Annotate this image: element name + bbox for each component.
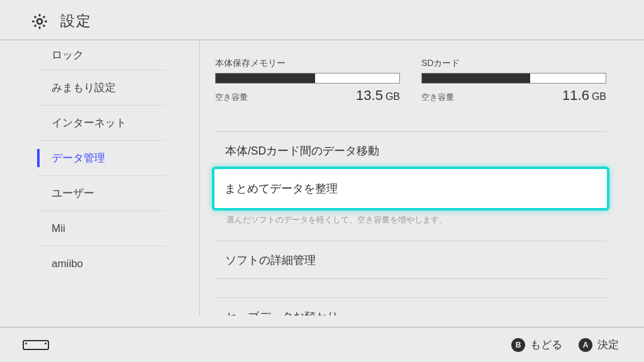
option-label: ソフトの詳細管理 [225, 253, 316, 268]
a-button-icon: A [579, 338, 592, 352]
storage-sdcard-title: SDカード [421, 58, 606, 69]
confirm-label: 決定 [597, 337, 619, 352]
back-label: もどる [530, 337, 562, 352]
settings-gear-icon [30, 12, 49, 31]
sidebar-item-mii[interactable]: Mii [38, 211, 165, 246]
sidebar-item-label: ロック [52, 48, 84, 62]
storage-sdcard-free-value: 11.6GB [562, 87, 606, 104]
storage-sdcard-bar [421, 73, 606, 84]
option-label: セーブデータお預かり [225, 309, 338, 316]
storage-system-fill [216, 74, 315, 83]
controller-icon[interactable] [23, 340, 49, 350]
storage-system: 本体保存メモリー 空き容量 13.5GB [215, 58, 400, 104]
sidebar-item-internet[interactable]: インターネット [38, 106, 165, 141]
storage-row: 本体保存メモリー 空き容量 13.5GB SDカード 空き容量 [215, 58, 606, 104]
sidebar-item-label: インターネット [52, 116, 126, 130]
page-title: 設定 [60, 11, 92, 31]
sidebar-item-label: みまもり設定 [52, 80, 116, 95]
sidebar-item-label: Mii [52, 222, 65, 235]
option-software-detail[interactable]: ソフトの詳細管理 [215, 241, 606, 278]
storage-sdcard-fill [422, 74, 530, 83]
sidebar-item-lock[interactable]: ロック [38, 40, 165, 70]
back-hint[interactable]: B もどる [511, 337, 562, 352]
storage-system-free-value: 13.5GB [356, 87, 400, 104]
header: 設定 [0, 0, 644, 40]
storage-system-title: 本体保存メモリー [215, 58, 400, 69]
option-bulk-manage[interactable]: まとめてデータを整理 [214, 169, 607, 208]
sidebar-item-parental[interactable]: みまもり設定 [38, 70, 165, 106]
storage-sdcard-free-label: 空き容量 [421, 92, 454, 103]
option-save-data-cloud[interactable]: セーブデータお預かり [215, 297, 606, 315]
option-label: 本体/SDカード間のデータ移動 [225, 143, 379, 158]
option-label: まとめてデータを整理 [225, 181, 338, 196]
footer: B もどる A 決定 [0, 327, 644, 362]
storage-system-free-label: 空き容量 [215, 92, 248, 103]
sidebar-item-user[interactable]: ユーザー [38, 176, 165, 211]
confirm-hint[interactable]: A 決定 [579, 337, 619, 352]
svg-point-0 [37, 19, 42, 24]
b-button-icon: B [511, 338, 525, 352]
sidebar-item-data-management[interactable]: データ管理 [38, 141, 165, 176]
storage-sdcard: SDカード 空き容量 11.6GB [421, 58, 606, 104]
sidebar-item-amiibo[interactable]: amiibo [38, 246, 165, 282]
option-bulk-manage-caption: 選んだソフトのデータを軽くして、空き容量を増やします。 [215, 208, 606, 241]
sidebar-item-label: ユーザー [52, 186, 94, 200]
main-panel: 本体保存メモリー 空き容量 13.5GB SDカード 空き容量 [200, 40, 644, 315]
sidebar: ロック みまもり設定 インターネット データ管理 ユーザー Mii amiibo [0, 40, 200, 315]
option-move-data[interactable]: 本体/SDカード間のデータ移動 [215, 131, 606, 169]
sidebar-item-label: amiibo [52, 258, 83, 270]
storage-system-bar [215, 73, 400, 84]
sidebar-item-label: データ管理 [52, 151, 105, 165]
